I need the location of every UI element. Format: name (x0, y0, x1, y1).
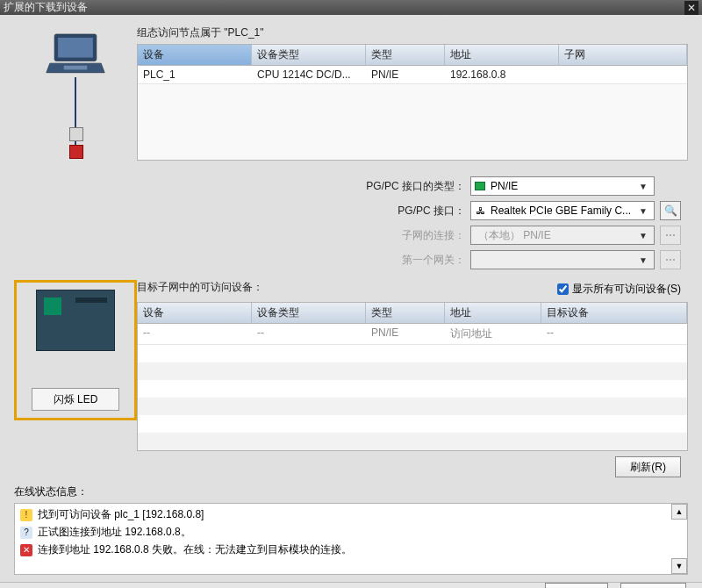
cancel-button[interactable]: 取消(C) (620, 583, 686, 588)
connection-line-icon (75, 77, 76, 157)
mid-area: 闪烁 LED 目标子网中的可访问设备： 显示所有可访问设备(S) 设备 设备类型… (14, 280, 688, 451)
cell-address: 访问地址 (445, 324, 541, 344)
cell-target: -- (541, 324, 687, 344)
refresh-button[interactable]: 刷新(R) (615, 456, 681, 477)
cell-type: PN/IE (366, 324, 445, 344)
error-icon: ✕ (20, 544, 32, 556)
pgpc-type-select[interactable]: PN/IE ▼ (470, 176, 655, 196)
laptop-icon (36, 31, 115, 77)
chevron-down-icon: ▼ (636, 255, 650, 265)
status-text: 连接到地址 192.168.0.8 失败。在线：无法建立到目标模块的连接。 (38, 542, 352, 557)
col-type[interactable]: 类型 (366, 303, 445, 323)
table-row[interactable]: PLC_1 CPU 1214C DC/D... PN/IE 192.168.0.… (138, 66, 687, 84)
subnet-settings-button: ⋯ (660, 226, 681, 245)
target-header: 目标子网中的可访问设备： 显示所有可访问设备(S) (137, 280, 688, 298)
iface-settings-button[interactable]: 🔍 (660, 201, 681, 220)
dialog-title: 扩展的下载到设备 (4, 0, 88, 15)
show-all-checkbox[interactable]: 显示所有可访问设备(S) (557, 282, 681, 297)
status-line: ! 找到可访问设备 plc_1 [192.168.0.8] (20, 507, 682, 522)
first-gw-label: 第一个网关： (342, 253, 465, 268)
status-box: ! 找到可访问设备 plc_1 [192.168.0.8] ? 正试图连接到地址… (14, 503, 688, 575)
pgpc-type-label: PG/PC 接口的类型： (342, 179, 465, 194)
gw-settings-button: ⋯ (660, 250, 681, 269)
subnet-conn-select: （本地） PN/IE ▼ (470, 226, 655, 245)
config-nodes-label: 组态访问节点属于 "PLC_1" (137, 25, 688, 40)
refresh-row: 刷新(R) (14, 451, 688, 477)
connection-settings: PG/PC 接口的类型： PN/IE ▼ PG/PC 接口： 🖧 Realtek… (14, 176, 688, 269)
config-column: 组态访问节点属于 "PLC_1" 设备 设备类型 类型 地址 子网 PLC_1 … (137, 25, 688, 157)
svg-rect-1 (58, 38, 93, 58)
close-icon[interactable]: ✕ (684, 1, 698, 15)
cell-subnet (559, 66, 687, 83)
plc-icon (36, 290, 115, 351)
show-all-input[interactable] (557, 283, 569, 295)
titlebar: 扩展的下载到设备 ✕ (0, 0, 702, 15)
status-text: 正试图连接到地址 192.168.0.8。 (38, 525, 191, 540)
nic-icon: 🖧 (475, 204, 487, 217)
target-subnet-label: 目标子网中的可访问设备： (137, 280, 263, 295)
status-line: ? 正试图连接到地址 192.168.0.8。 (20, 525, 682, 540)
first-gw-row: 第一个网关： ▼ ⋯ (342, 250, 681, 269)
config-table-header: 设备 设备类型 类型 地址 子网 (138, 45, 687, 66)
col-type[interactable]: 类型 (366, 45, 445, 65)
target-table-header: 设备 设备类型 类型 地址 目标设备 (138, 303, 687, 324)
subnet-conn-label: 子网的连接： (342, 228, 465, 243)
pgpc-type-value: PN/IE (487, 180, 636, 192)
col-address[interactable]: 地址 (445, 303, 541, 323)
cell-type: PN/IE (366, 66, 445, 83)
search-icon: 🔍 (664, 204, 677, 217)
first-gw-select: ▼ (470, 250, 655, 269)
cell-device: PLC_1 (138, 66, 252, 83)
status-label: 在线状态信息： (14, 484, 688, 499)
flash-led-button[interactable]: 闪烁 LED (32, 388, 119, 411)
scroll-up-button[interactable]: ▲ (671, 504, 687, 520)
status-text: 找到可访问设备 plc_1 [192.168.0.8] (38, 507, 204, 522)
col-device[interactable]: 设备 (138, 303, 252, 323)
col-device[interactable]: 设备 (138, 45, 252, 65)
cell-device-type: -- (252, 324, 366, 344)
pgpc-iface-select[interactable]: 🖧 Realtek PCIe GBE Family C... ▼ (470, 201, 655, 220)
download-button[interactable]: 下载(L) (545, 583, 609, 588)
col-target[interactable]: 目标设备 (541, 303, 687, 323)
table-row[interactable]: -- -- PN/IE 访问地址 -- (138, 324, 687, 345)
status-lines: ! 找到可访问设备 plc_1 [192.168.0.8] ? 正试图连接到地址… (15, 504, 687, 561)
col-address[interactable]: 地址 (445, 45, 559, 65)
config-table-blank (138, 84, 687, 160)
top-area: 组态访问节点属于 "PLC_1" 设备 设备类型 类型 地址 子网 PLC_1 … (14, 25, 688, 157)
cell-address: 192.168.0.8 (445, 66, 559, 83)
status-area: 在线状态信息： ! 找到可访问设备 plc_1 [192.168.0.8] ? … (14, 484, 688, 575)
info-icon: ? (20, 527, 32, 539)
pnie-icon (475, 180, 487, 192)
dialog-footer: 下载(L) 取消(C) (0, 582, 702, 588)
pgpc-iface-value: Realtek PCIe GBE Family C... (487, 204, 636, 217)
subnet-conn-value: （本地） PN/IE (475, 228, 636, 243)
target-column: 目标子网中的可访问设备： 显示所有可访问设备(S) 设备 设备类型 类型 地址 … (137, 280, 688, 451)
laptop-column (14, 25, 137, 157)
cell-device: -- (138, 324, 252, 344)
cell-device-type: CPU 1214C DC/D... (252, 66, 366, 83)
config-table: 设备 设备类型 类型 地址 子网 PLC_1 CPU 1214C DC/D...… (137, 44, 688, 161)
scroll-down-button[interactable]: ▼ (671, 558, 687, 574)
pgpc-iface-label: PG/PC 接口： (342, 204, 465, 219)
show-all-label: 显示所有可访问设备(S) (572, 282, 681, 297)
pgpc-iface-row: PG/PC 接口： 🖧 Realtek PCIe GBE Family C...… (342, 201, 681, 220)
warning-icon: ! (20, 509, 32, 521)
pgpc-type-row: PG/PC 接口的类型： PN/IE ▼ (342, 176, 681, 196)
target-device-panel: 闪烁 LED (14, 280, 137, 420)
status-line: ✕ 连接到地址 192.168.0.8 失败。在线：无法建立到目标模块的连接。 (20, 542, 682, 557)
svg-rect-3 (64, 66, 88, 70)
col-device-type[interactable]: 设备类型 (252, 45, 366, 65)
col-device-type[interactable]: 设备类型 (252, 303, 366, 323)
download-dialog: 扩展的下载到设备 ✕ 组态访问节点属于 "PLC_1" 设备 设备类型 (0, 0, 702, 588)
target-table: 设备 设备类型 类型 地址 目标设备 -- -- PN/IE 访问地址 -- (137, 302, 688, 451)
chevron-down-icon: ▼ (636, 231, 650, 240)
target-table-blank (138, 345, 687, 450)
subnet-conn-row: 子网的连接： （本地） PN/IE ▼ ⋯ (342, 226, 681, 245)
status-scrollbar: ▲ ▼ (671, 504, 687, 574)
chevron-down-icon: ▼ (636, 182, 650, 191)
col-subnet[interactable]: 子网 (559, 45, 687, 65)
chevron-down-icon: ▼ (636, 206, 650, 216)
dialog-content: 组态访问节点属于 "PLC_1" 设备 设备类型 类型 地址 子网 PLC_1 … (0, 15, 702, 582)
